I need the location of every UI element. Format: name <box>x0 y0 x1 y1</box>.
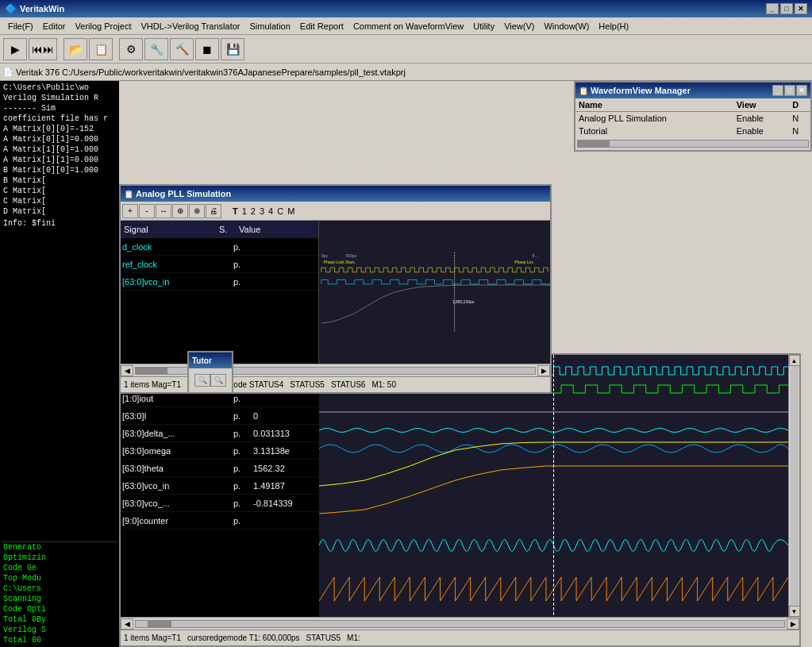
console-line-6: A Matrix[0][1]=0.000 <box>2 134 117 144</box>
pll-sig-dclock-type: p. <box>233 242 253 252</box>
disk-btn[interactable]: 💾 <box>221 38 244 60</box>
pll-print[interactable]: 🖨 <box>206 204 221 218</box>
pll-cursor2[interactable]: ⊕ <box>189 204 205 218</box>
pll-3-btn[interactable]: 3 <box>260 206 264 216</box>
wm-row-pll-view: Enable <box>733 112 790 125</box>
vscroll-up[interactable]: ▲ <box>789 355 800 366</box>
pll-sig-refclock[interactable]: ref_clock p. <box>121 256 318 273</box>
console-line-4: coefficient file has r <box>2 114 117 124</box>
menu-verilog[interactable]: Verilog Project <box>71 20 137 33</box>
menu-view[interactable]: View(V) <box>499 20 539 33</box>
pll-scroll-left[interactable]: ◀ <box>121 365 133 376</box>
console-line-7: A Matrix[1][0]=1.000 <box>2 144 117 155</box>
pll-scroll-right[interactable]: ▶ <box>537 365 550 376</box>
bottom-scroll-left[interactable]: ◀ <box>121 618 133 630</box>
compile-btn[interactable]: 🔨 <box>170 38 194 60</box>
console-total1: Total 0By <box>2 614 117 625</box>
play-btn[interactable]: ▶ <box>3 38 27 60</box>
pll-col-value: Value <box>239 225 260 234</box>
console-line-5: A Matrix[0][0]=-152 <box>2 124 117 134</box>
pll-1-btn[interactable]: 1 <box>242 206 247 216</box>
pll-hscrollbar[interactable]: ◀ ▶ <box>121 364 550 376</box>
bottom-wave-content: Signal v_clock 0 [1:0]iout p. <box>121 355 799 617</box>
menu-window[interactable]: Window(W) <box>539 20 594 33</box>
svg-text:8...: 8... <box>533 253 538 258</box>
bottom-vscrollbar[interactable]: ▲ ▼ <box>788 355 799 617</box>
bottom-statusbar: 1 items Mag=T1 cursoredgemode T1: 600,00… <box>121 630 799 645</box>
open-btn[interactable]: 📂 <box>63 38 87 60</box>
menu-simulation[interactable]: Simulation <box>245 20 295 33</box>
menu-utility[interactable]: Utility <box>468 20 499 33</box>
bottom-sig-theta-val: 1562.32 <box>253 464 285 473</box>
run-all-btn[interactable]: ◼ <box>195 38 219 60</box>
pll-wave-display: 0ps 500ps 8... Phase Lock Start.. Phase … <box>319 221 550 364</box>
bottom-sig-I[interactable]: [63:0]I p. 0 <box>121 407 319 425</box>
menu-editor[interactable]: Editor <box>38 20 71 33</box>
pll-zoom-in[interactable]: + <box>122 204 138 218</box>
bottom-signal-list: Signal v_clock 0 [1:0]iout p. <box>121 355 319 617</box>
pll-c-btn[interactable]: C <box>277 206 283 216</box>
bottom-sig-vco2[interactable]: [63:0]vco_... p. -0.814339 <box>121 495 319 512</box>
bottom-scroll-right[interactable]: ▶ <box>787 618 799 630</box>
menu-comment[interactable]: Comment on WaveformView <box>348 20 468 33</box>
bottom-sig-vcoin2[interactable]: [63:0]vco_in p. 1.49187 <box>121 477 319 495</box>
close-btn[interactable]: ✕ <box>795 3 807 14</box>
menu-edit-report[interactable]: Edit Report <box>295 20 348 33</box>
tutorial-btn1[interactable]: 🔍 <box>194 374 210 387</box>
pll-statusbar: 1 items Mag=T1 cursoredgemode STATUS4 ST… <box>121 376 550 392</box>
wm-close[interactable]: ✕ <box>796 85 807 96</box>
wm-row-pll-d: N <box>789 112 810 125</box>
bottom-sig-theta[interactable]: [63:0]theta p. 1562.32 <box>121 460 319 477</box>
pll-zoom-fit[interactable]: ↔ <box>156 204 171 218</box>
save-btn[interactable]: 📋 <box>89 38 113 60</box>
console-scan: Scanning <box>2 594 117 604</box>
pll-cursor1[interactable]: ⊕ <box>172 204 188 218</box>
pll-sig-vcoin[interactable]: [63:0]vco_in p. <box>121 273 318 291</box>
minimize-btn[interactable]: _ <box>766 3 779 14</box>
menu-help[interactable]: Help(H) <box>594 20 633 33</box>
pll-zoom-out[interactable]: - <box>139 204 155 218</box>
bottom-scroll-track[interactable] <box>135 620 785 628</box>
bottom-sig-counter[interactable]: [9:0]counter p. <box>121 512 319 530</box>
wm-minimize[interactable]: _ <box>772 85 783 96</box>
build-btn[interactable]: 🔧 <box>144 38 168 60</box>
bottom-status5: STATUS5 <box>306 634 341 642</box>
tutorial-btn2[interactable]: 🔍 <box>210 374 226 387</box>
wm-scrollbar-track[interactable] <box>577 140 809 148</box>
console-line-11: C Matrix[ <box>2 186 117 196</box>
pll-scroll-thumb[interactable] <box>136 368 167 374</box>
wm-table: Name View D Analog PLL Simulation Enable… <box>575 98 810 137</box>
vscroll-down[interactable]: ▼ <box>789 606 800 617</box>
bottom-sig-counter-name: [9:0]counter <box>122 516 233 526</box>
vscroll-track[interactable] <box>791 366 799 606</box>
pll-2-btn[interactable]: 2 <box>251 206 256 216</box>
wm-scrollbar-thumb[interactable] <box>578 141 610 147</box>
wm-row-tutorial-d: N <box>789 125 810 137</box>
menu-file[interactable]: File(F) <box>3 20 38 33</box>
settings-btn[interactable]: ⚙ <box>119 38 143 60</box>
pll-m-btn[interactable]: M <box>287 206 294 216</box>
maximize-btn[interactable]: □ <box>780 3 793 14</box>
pll-t-btn[interactable]: T <box>233 206 238 216</box>
bottom-sig-vco2-name: [63:0]vco_... <box>122 499 233 508</box>
menu-vhdl[interactable]: VHDL->Verilog Translator <box>136 20 244 33</box>
center-area: 📋 WaveformView Manager _ □ ✕ Name View D <box>119 81 812 647</box>
bottom-hscrollbar[interactable]: ◀ ▶ <box>121 617 799 630</box>
bottom-sig-omega[interactable]: [63:0]omega p. 3.13138e <box>121 442 319 460</box>
bottom-sig-delta[interactable]: [63:0]delta_... p. 0.031313 <box>121 425 319 442</box>
bottom-sig-omega-type: p. <box>233 446 253 456</box>
console-line-1: C:\Users\Public\wo <box>2 83 117 93</box>
bottom-sig-omega-val: 3.13138e <box>253 446 290 456</box>
wm-row-tutorial[interactable]: Tutorial Enable N <box>575 125 810 137</box>
bottom-sig-theta-type: p. <box>233 464 253 473</box>
pll-4-btn[interactable]: 4 <box>268 206 273 216</box>
console-codegen: Code Ge <box>2 563 117 573</box>
pll-sig-dclock[interactable]: d_clock p. <box>121 238 318 256</box>
step-btn[interactable]: ⏮⏭ <box>29 38 57 60</box>
toolbar: ▶ ⏮⏭ 📂 📋 ⚙ 🔧 🔨 ◼ 💾 <box>0 35 812 64</box>
wm-maximize[interactable]: □ <box>784 85 795 96</box>
bottom-scroll-thumb[interactable] <box>148 621 171 627</box>
wm-row-pll[interactable]: Analog PLL Simulation Enable N <box>575 112 810 125</box>
wm-scrollbar[interactable] <box>575 137 810 150</box>
title-bar: 🔷 VeritakWin _ □ ✕ <box>0 0 812 17</box>
